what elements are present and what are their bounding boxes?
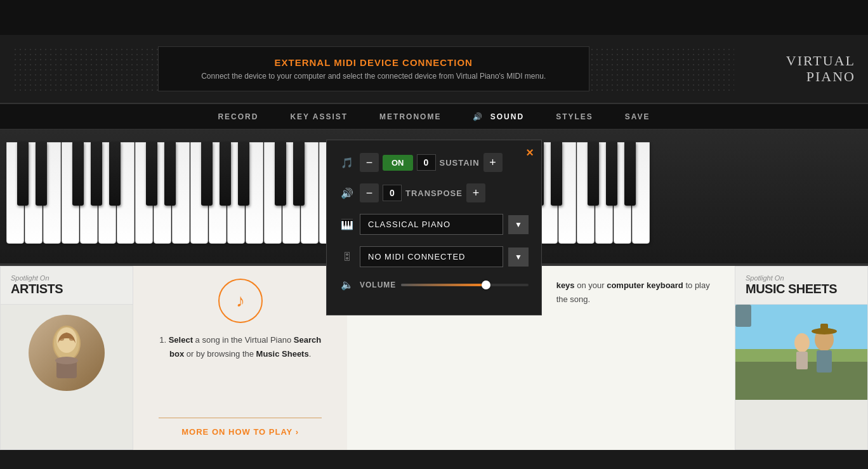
black-key-10[interactable]: [238, 142, 249, 206]
black-key-5[interactable]: [109, 142, 121, 206]
sustain-icon: 🎵: [339, 157, 355, 169]
more-link-arrow: ›: [296, 427, 299, 437]
black-key-25[interactable]: [624, 142, 636, 206]
instrument-dropdown-button[interactable]: ▼: [508, 215, 529, 234]
nav-sound-label: SOUND: [490, 112, 524, 121]
svg-point-6: [55, 357, 78, 364]
music-note-icon: ♪: [236, 291, 245, 311]
sustain-value: 0: [417, 154, 436, 171]
midi-notification-box: EXTERNAL MIDI DEVICE CONNECTION Connect …: [158, 46, 589, 91]
spotlight-artists-card: Spotlight On ARTISTS: [0, 266, 133, 450]
header-banner: EXTERNAL MIDI DEVICE CONNECTION Connect …: [0, 35, 868, 104]
black-key-6[interactable]: [164, 142, 176, 206]
volume-fill: [401, 284, 483, 286]
volume-track[interactable]: [401, 284, 529, 286]
svg-rect-11: [735, 305, 751, 327]
transpose-icon: 🔊: [339, 187, 355, 199]
svg-rect-12: [817, 350, 832, 373]
black-key-5[interactable]: [146, 142, 157, 206]
spotlight-on-label-right: Spotlight On: [746, 274, 857, 282]
transpose-controls: − 0 TRANSPOSE +: [360, 183, 529, 202]
header-dots-right: [589, 47, 735, 91]
black-key-3[interactable]: [72, 142, 84, 206]
artist-portrait-svg: [41, 321, 92, 385]
nav-save[interactable]: SAVE: [625, 112, 650, 121]
volume-icon: 🔈: [339, 279, 355, 291]
transpose-row: 🔊 − 0 TRANSPOSE +: [339, 183, 529, 202]
black-key-11[interactable]: [293, 142, 305, 206]
black-key-9[interactable]: [220, 142, 231, 206]
sustain-plus-button[interactable]: +: [483, 153, 503, 172]
spotlight-music-sheets-title: MUSIC SHEETS: [746, 282, 857, 296]
header-dots-left: [13, 47, 158, 91]
select-bold: Select: [169, 335, 193, 345]
sustain-label: SUSTAIN: [440, 158, 480, 168]
text-col-3: keys on your computer keyboard to play t…: [541, 266, 735, 450]
nav-styles[interactable]: STYLES: [556, 112, 593, 121]
instrument-icon: 🎹: [339, 218, 355, 230]
more-link-text: MORE ON HOW TO PLAY: [181, 427, 293, 437]
transpose-value: 0: [383, 185, 402, 201]
top-bar: [0, 0, 868, 35]
sound-panel: × 🎵 − ON 0 SUSTAIN + 🔊 − 0 TRANSPOSE + 🎹…: [326, 140, 542, 315]
midi-row: 🎛 NO MIDI CONNECTED ▼: [339, 246, 529, 267]
volume-controls: VOLUME: [360, 281, 529, 289]
spotlight-artists-title: ARTISTS: [11, 282, 122, 296]
svg-point-15: [794, 333, 810, 352]
spotlight-artists-header: Spotlight On ARTISTS: [1, 267, 133, 305]
sound-icon: 🔊: [473, 112, 483, 121]
svg-rect-14: [820, 324, 828, 333]
logo-line1: VIRTUAL: [786, 53, 855, 69]
instrument-controls: CLASSICAL PIANO ▼: [360, 214, 529, 235]
black-key-0[interactable]: [17, 142, 29, 206]
black-key-23[interactable]: [588, 142, 599, 206]
volume-row: 🔈 VOLUME: [339, 279, 529, 291]
sustain-minus-button[interactable]: −: [360, 153, 379, 172]
midi-select[interactable]: NO MIDI CONNECTED: [360, 246, 503, 267]
close-button[interactable]: ×: [526, 145, 534, 160]
volume-thumb[interactable]: [482, 281, 490, 289]
midi-controls: NO MIDI CONNECTED ▼: [360, 246, 529, 267]
keys-bold-3: keys: [556, 281, 575, 290]
nav-sound[interactable]: 🔊 SOUND: [473, 112, 524, 121]
transpose-label: TRANSPOSE: [405, 188, 463, 198]
nav-record[interactable]: RECORD: [218, 112, 258, 121]
nav-metronome[interactable]: METRONOME: [379, 112, 441, 121]
sustain-controls: − ON 0 SUSTAIN +: [360, 153, 529, 172]
spotlight-music-sheets-card: Spotlight On MUSIC SHEETS: [735, 266, 868, 450]
nav-bar: RECORD KEY ASSIST METRONOME 🔊 SOUND STYL…: [0, 104, 868, 129]
artist-portrait: [29, 315, 105, 391]
nav-key-assist[interactable]: KEY ASSIST: [290, 112, 348, 121]
midi-title: EXTERNAL MIDI DEVICE CONNECTION: [184, 57, 563, 68]
svg-rect-16: [796, 352, 808, 369]
more-link-container: MORE ON HOW TO PLAY ›: [159, 418, 322, 437]
black-key-24[interactable]: [606, 142, 617, 206]
black-key-8[interactable]: [201, 142, 213, 206]
music-sheets-bold: Music Sheets: [256, 349, 309, 359]
computer-keyboard-bold: computer keyboard: [607, 281, 683, 290]
person-silhouette: [735, 305, 867, 400]
sustain-toggle[interactable]: ON: [383, 155, 413, 171]
logo-text: VIRTUAL PIANO: [734, 53, 855, 84]
logo-area: VIRTUAL PIANO: [734, 53, 855, 84]
spotlight-on-label-left: Spotlight On: [11, 274, 122, 282]
spotlight-music-sheets-header: Spotlight On MUSIC SHEETS: [735, 267, 867, 305]
black-key-21[interactable]: [551, 142, 562, 206]
black-key-1[interactable]: [36, 142, 47, 206]
volume-label: VOLUME: [360, 281, 396, 289]
more-on-how-to-play-link[interactable]: MORE ON HOW TO PLAY ›: [181, 427, 299, 437]
sustain-row: 🎵 − ON 0 SUSTAIN +: [339, 153, 529, 172]
header-center: EXTERNAL MIDI DEVICE CONNECTION Connect …: [158, 46, 589, 91]
music-sheet-image: [735, 305, 867, 400]
black-key-10[interactable]: [275, 142, 286, 206]
transpose-minus-button[interactable]: −: [360, 183, 379, 202]
instrument-select[interactable]: CLASSICAL PIANO: [360, 214, 503, 235]
instrument-row: 🎹 CLASSICAL PIANO ▼: [339, 214, 529, 235]
midi-description: Connect the device to your computer and …: [184, 72, 563, 81]
midi-dropdown-button[interactable]: ▼: [508, 248, 529, 267]
midi-icon: 🎛: [339, 251, 355, 263]
logo-line2: PIANO: [806, 69, 855, 84]
black-key-4[interactable]: [91, 142, 102, 206]
transpose-plus-button[interactable]: +: [466, 183, 485, 202]
center-content: ♪ 1. Select a song in the Virtual Piano …: [133, 266, 347, 450]
